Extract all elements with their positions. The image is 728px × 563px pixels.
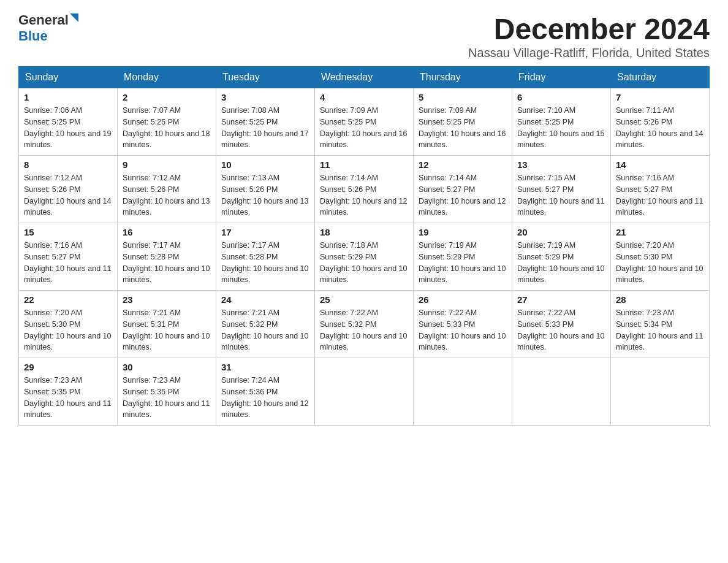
table-cell: 28 Sunrise: 7:23 AMSunset: 5:34 PMDaylig… xyxy=(611,291,710,358)
day-info: Sunrise: 7:08 AMSunset: 5:25 PMDaylight:… xyxy=(221,105,309,151)
day-number: 26 xyxy=(419,294,507,305)
table-cell: 24 Sunrise: 7:21 AMSunset: 5:32 PMDaylig… xyxy=(216,291,315,358)
day-number: 14 xyxy=(616,159,704,170)
day-number: 21 xyxy=(616,227,704,237)
table-cell: 11 Sunrise: 7:14 AMSunset: 5:26 PMDaylig… xyxy=(315,156,414,223)
day-number: 20 xyxy=(517,227,605,237)
day-info: Sunrise: 7:19 AMSunset: 5:29 PMDaylight:… xyxy=(517,240,605,286)
month-title: December 2024 xyxy=(468,12,710,46)
table-cell: 31 Sunrise: 7:24 AMSunset: 5:36 PMDaylig… xyxy=(216,358,315,426)
day-info: Sunrise: 7:16 AMSunset: 5:27 PMDaylight:… xyxy=(616,172,704,218)
day-number: 6 xyxy=(517,92,605,102)
day-info: Sunrise: 7:22 AMSunset: 5:32 PMDaylight:… xyxy=(320,307,408,353)
day-info: Sunrise: 7:20 AMSunset: 5:30 PMDaylight:… xyxy=(24,307,112,353)
table-cell: 7 Sunrise: 7:11 AMSunset: 5:26 PMDayligh… xyxy=(611,88,710,156)
table-cell: 1 Sunrise: 7:06 AMSunset: 5:25 PMDayligh… xyxy=(19,88,118,156)
table-cell: 9 Sunrise: 7:12 AMSunset: 5:26 PMDayligh… xyxy=(118,156,216,223)
table-cell: 8 Sunrise: 7:12 AMSunset: 5:26 PMDayligh… xyxy=(19,156,118,223)
day-info: Sunrise: 7:21 AMSunset: 5:31 PMDaylight:… xyxy=(123,307,211,353)
table-cell: 23 Sunrise: 7:21 AMSunset: 5:31 PMDaylig… xyxy=(118,291,216,358)
table-cell: 19 Sunrise: 7:19 AMSunset: 5:29 PMDaylig… xyxy=(414,223,512,291)
day-info: Sunrise: 7:22 AMSunset: 5:33 PMDaylight:… xyxy=(517,307,605,353)
day-info: Sunrise: 7:16 AMSunset: 5:27 PMDaylight:… xyxy=(24,240,112,286)
table-cell: 12 Sunrise: 7:14 AMSunset: 5:27 PMDaylig… xyxy=(414,156,512,223)
location-subtitle: Nassau Village-Ratliff, Florida, United … xyxy=(468,46,710,60)
table-cell: 22 Sunrise: 7:20 AMSunset: 5:30 PMDaylig… xyxy=(19,291,118,358)
svg-marker-0 xyxy=(70,13,78,22)
table-cell xyxy=(414,358,512,426)
table-cell xyxy=(611,358,710,426)
table-cell: 14 Sunrise: 7:16 AMSunset: 5:27 PMDaylig… xyxy=(611,156,710,223)
day-info: Sunrise: 7:09 AMSunset: 5:25 PMDaylight:… xyxy=(419,105,507,151)
day-number: 18 xyxy=(320,227,408,237)
day-info: Sunrise: 7:12 AMSunset: 5:26 PMDaylight:… xyxy=(123,172,211,218)
table-cell: 2 Sunrise: 7:07 AMSunset: 5:25 PMDayligh… xyxy=(118,88,216,156)
table-cell: 30 Sunrise: 7:23 AMSunset: 5:35 PMDaylig… xyxy=(118,358,216,426)
day-info: Sunrise: 7:14 AMSunset: 5:26 PMDaylight:… xyxy=(320,172,408,218)
day-number: 1 xyxy=(24,92,112,102)
day-info: Sunrise: 7:22 AMSunset: 5:33 PMDaylight:… xyxy=(419,307,507,353)
day-info: Sunrise: 7:06 AMSunset: 5:25 PMDaylight:… xyxy=(24,105,112,151)
day-number: 19 xyxy=(419,227,507,237)
day-number: 9 xyxy=(123,159,211,170)
day-info: Sunrise: 7:10 AMSunset: 5:25 PMDaylight:… xyxy=(517,105,605,151)
day-number: 29 xyxy=(24,362,112,372)
week-row-5: 29 Sunrise: 7:23 AMSunset: 5:35 PMDaylig… xyxy=(19,358,710,426)
day-info: Sunrise: 7:09 AMSunset: 5:25 PMDaylight:… xyxy=(320,105,408,151)
calendar-header-row: Sunday Monday Tuesday Wednesday Thursday… xyxy=(19,67,710,88)
table-cell: 4 Sunrise: 7:09 AMSunset: 5:25 PMDayligh… xyxy=(315,88,414,156)
day-number: 4 xyxy=(320,92,408,102)
day-info: Sunrise: 7:14 AMSunset: 5:27 PMDaylight:… xyxy=(419,172,507,218)
table-cell: 17 Sunrise: 7:17 AMSunset: 5:28 PMDaylig… xyxy=(216,223,315,291)
day-info: Sunrise: 7:23 AMSunset: 5:35 PMDaylight:… xyxy=(123,375,211,421)
table-cell: 21 Sunrise: 7:20 AMSunset: 5:30 PMDaylig… xyxy=(611,223,710,291)
table-cell: 18 Sunrise: 7:18 AMSunset: 5:29 PMDaylig… xyxy=(315,223,414,291)
header-sunday: Sunday xyxy=(19,67,118,88)
header-saturday: Saturday xyxy=(611,67,710,88)
day-number: 22 xyxy=(24,294,112,305)
day-number: 11 xyxy=(320,159,408,170)
table-cell: 16 Sunrise: 7:17 AMSunset: 5:28 PMDaylig… xyxy=(118,223,216,291)
logo-general-text: General xyxy=(18,12,69,28)
page-header: General Blue December 2024 Nassau Villag… xyxy=(18,12,710,60)
logo-blue-text: Blue xyxy=(18,28,48,44)
day-info: Sunrise: 7:17 AMSunset: 5:28 PMDaylight:… xyxy=(123,240,211,286)
header-friday: Friday xyxy=(512,67,611,88)
table-cell: 6 Sunrise: 7:10 AMSunset: 5:25 PMDayligh… xyxy=(512,88,611,156)
logo: General Blue xyxy=(18,12,81,44)
calendar-table: Sunday Monday Tuesday Wednesday Thursday… xyxy=(18,66,710,426)
table-cell: 29 Sunrise: 7:23 AMSunset: 5:35 PMDaylig… xyxy=(19,358,118,426)
day-number: 23 xyxy=(123,294,211,305)
table-cell: 25 Sunrise: 7:22 AMSunset: 5:32 PMDaylig… xyxy=(315,291,414,358)
day-number: 17 xyxy=(221,227,309,237)
day-number: 3 xyxy=(221,92,309,102)
day-number: 24 xyxy=(221,294,309,305)
day-number: 27 xyxy=(517,294,605,305)
day-number: 16 xyxy=(123,227,211,237)
day-number: 28 xyxy=(616,294,704,305)
table-cell: 26 Sunrise: 7:22 AMSunset: 5:33 PMDaylig… xyxy=(414,291,512,358)
day-info: Sunrise: 7:12 AMSunset: 5:26 PMDaylight:… xyxy=(24,172,112,218)
day-number: 30 xyxy=(123,362,211,372)
title-area: December 2024 Nassau Village-Ratliff, Fl… xyxy=(468,12,710,60)
table-cell: 15 Sunrise: 7:16 AMSunset: 5:27 PMDaylig… xyxy=(19,223,118,291)
table-cell: 13 Sunrise: 7:15 AMSunset: 5:27 PMDaylig… xyxy=(512,156,611,223)
day-info: Sunrise: 7:24 AMSunset: 5:36 PMDaylight:… xyxy=(221,375,309,421)
day-number: 7 xyxy=(616,92,704,102)
week-row-4: 22 Sunrise: 7:20 AMSunset: 5:30 PMDaylig… xyxy=(19,291,710,358)
week-row-3: 15 Sunrise: 7:16 AMSunset: 5:27 PMDaylig… xyxy=(19,223,710,291)
header-tuesday: Tuesday xyxy=(216,67,315,88)
day-info: Sunrise: 7:23 AMSunset: 5:34 PMDaylight:… xyxy=(616,307,704,353)
table-cell: 10 Sunrise: 7:13 AMSunset: 5:26 PMDaylig… xyxy=(216,156,315,223)
table-cell xyxy=(315,358,414,426)
header-thursday: Thursday xyxy=(414,67,512,88)
day-number: 31 xyxy=(221,362,309,372)
day-number: 2 xyxy=(123,92,211,102)
day-info: Sunrise: 7:15 AMSunset: 5:27 PMDaylight:… xyxy=(517,172,605,218)
day-info: Sunrise: 7:07 AMSunset: 5:25 PMDaylight:… xyxy=(123,105,211,151)
day-info: Sunrise: 7:20 AMSunset: 5:30 PMDaylight:… xyxy=(616,240,704,286)
day-number: 15 xyxy=(24,227,112,237)
day-number: 8 xyxy=(24,159,112,170)
day-info: Sunrise: 7:18 AMSunset: 5:29 PMDaylight:… xyxy=(320,240,408,286)
day-number: 5 xyxy=(419,92,507,102)
